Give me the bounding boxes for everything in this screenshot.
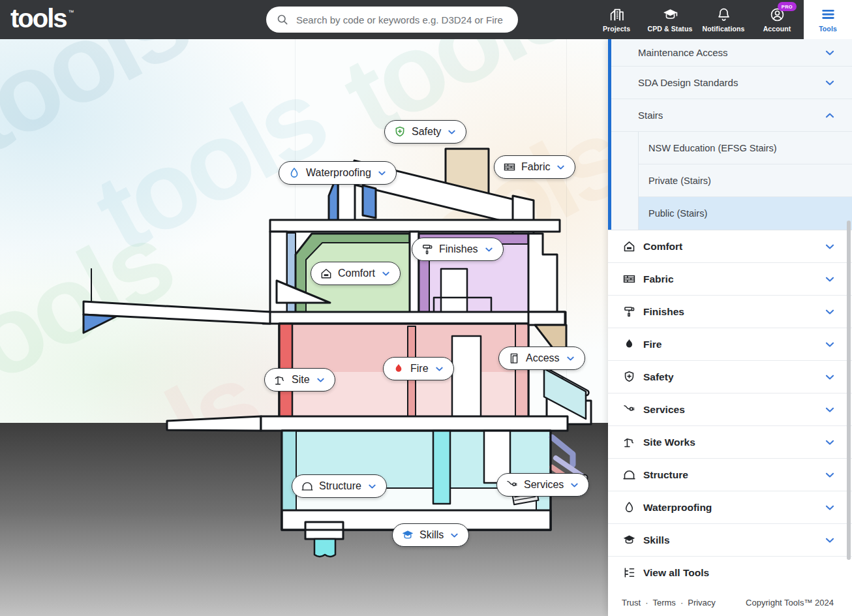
flame-icon bbox=[392, 362, 405, 375]
sidebar-item-view-all-tools[interactable]: View all Tools bbox=[608, 557, 852, 589]
sidebar-item-label: Structure bbox=[643, 469, 816, 481]
sidebar-item-structure[interactable]: Structure bbox=[608, 459, 852, 491]
map-pill-structure[interactable]: Structure bbox=[292, 474, 387, 498]
nav-account[interactable]: PRO Account bbox=[750, 0, 804, 39]
sidebar-footer: Trust · Terms · Privacy Copyright Tools™… bbox=[608, 589, 852, 616]
nav-notifications-label: Notifications bbox=[703, 25, 745, 33]
pro-badge: PRO bbox=[778, 2, 797, 11]
search-icon bbox=[276, 13, 289, 26]
graduation-cap-icon bbox=[662, 7, 678, 23]
sidebar-item-stairs[interactable]: Stairs bbox=[608, 99, 852, 132]
house-bed-icon bbox=[622, 239, 636, 253]
droplet-icon bbox=[288, 166, 301, 179]
sidebar-item-label: Fabric bbox=[643, 273, 816, 285]
bridge-icon bbox=[622, 468, 636, 482]
chevron-down-icon bbox=[315, 375, 326, 386]
footer-link-trust[interactable]: Trust bbox=[622, 598, 641, 608]
bricks-icon bbox=[622, 272, 636, 286]
paint-roller-icon bbox=[421, 243, 434, 256]
logo[interactable]: tools™ bbox=[10, 5, 72, 31]
map-pill-fire[interactable]: Fire bbox=[383, 357, 454, 380]
chevron-down-icon bbox=[823, 305, 836, 318]
map-pill-fabric[interactable]: Fabric bbox=[494, 155, 575, 179]
tree-list-icon bbox=[622, 566, 636, 579]
map-pill-fabric-label: Fabric bbox=[521, 161, 550, 173]
sidebar-item-fire[interactable]: Fire bbox=[608, 328, 852, 361]
map-pill-safety[interactable]: Safety bbox=[384, 120, 466, 144]
chevron-down-icon bbox=[823, 46, 836, 59]
chevron-down-icon bbox=[823, 436, 836, 449]
map-pill-waterproofing[interactable]: Waterproofing bbox=[279, 161, 397, 185]
chevron-up-icon bbox=[823, 109, 836, 122]
buildings-icon bbox=[609, 7, 625, 23]
sidebar-item-label: Site Works bbox=[643, 437, 816, 448]
plug-icon bbox=[622, 403, 636, 416]
sidebar-item-label: SDA Design Standards bbox=[638, 77, 823, 88]
sidebar-item-comfort[interactable]: Comfort bbox=[608, 230, 852, 263]
sidebar-item-waterproofing[interactable]: Waterproofing bbox=[608, 491, 852, 524]
house-bed-icon bbox=[320, 267, 333, 280]
sidebar-item-fabric[interactable]: Fabric bbox=[608, 263, 852, 296]
chevron-down-icon bbox=[565, 353, 576, 364]
plug-icon bbox=[506, 478, 519, 491]
nav-notifications[interactable]: Notifications bbox=[697, 0, 750, 39]
sidebar-subitem-label: Private (Stairs) bbox=[648, 176, 711, 186]
chevron-down-icon bbox=[555, 162, 566, 173]
sidebar-item-label: View all Tools bbox=[643, 567, 836, 579]
graduation-cap-icon bbox=[401, 529, 414, 542]
nav-tools[interactable]: Tools bbox=[804, 0, 852, 39]
map-pill-finishes[interactable]: Finishes bbox=[412, 238, 504, 261]
sidebar-subitem-nsw-education-efsg-stairs[interactable]: NSW Education (EFSG Stairs) bbox=[638, 132, 852, 164]
sidebar-item-label: Maintenance Access bbox=[638, 47, 823, 58]
footer-link-privacy[interactable]: Privacy bbox=[688, 598, 716, 608]
sidebar-item-finishes[interactable]: Finishes bbox=[608, 296, 852, 328]
chevron-down-icon bbox=[449, 530, 460, 541]
shield-plus-icon bbox=[393, 125, 406, 138]
sidebar-item-maintenance-access[interactable]: Maintenance Access bbox=[608, 39, 852, 67]
chevron-down-icon bbox=[367, 481, 378, 492]
search-bar[interactable] bbox=[266, 7, 518, 33]
chevron-down-icon bbox=[380, 268, 391, 279]
sidebar-subitem-label: Public (Stairs) bbox=[648, 208, 707, 219]
sidebar-item-services[interactable]: Services bbox=[608, 393, 852, 426]
crane-icon bbox=[273, 373, 286, 386]
chevron-down-icon bbox=[823, 403, 836, 416]
sidebar-item-skills[interactable]: Skills bbox=[608, 524, 852, 557]
map-pill-finishes-label: Finishes bbox=[439, 243, 478, 255]
map-pill-skills[interactable]: Skills bbox=[392, 523, 469, 547]
sidebar-item-sda-design-standards[interactable]: SDA Design Standards bbox=[608, 67, 852, 99]
sidebar: Maintenance Access SDA Design Standards … bbox=[608, 39, 852, 616]
bricks-icon bbox=[503, 161, 516, 174]
map-pill-structure-label: Structure bbox=[319, 480, 361, 492]
nav-projects[interactable]: Projects bbox=[590, 0, 643, 39]
building-cross-section-illustration bbox=[0, 39, 608, 616]
sidebar-item-label: Services bbox=[643, 404, 816, 416]
map-pill-comfort[interactable]: Comfort bbox=[311, 262, 401, 285]
sidebar-subitem-private-stairs[interactable]: Private (Stairs) bbox=[638, 164, 852, 197]
map-pill-services[interactable]: Services bbox=[496, 473, 589, 497]
map-pill-access-label: Access bbox=[526, 352, 560, 364]
hamburger-menu-icon bbox=[820, 7, 836, 23]
sidebar-item-safety[interactable]: Safety bbox=[608, 361, 852, 393]
chevron-down-icon bbox=[823, 76, 836, 89]
chevron-down-icon bbox=[823, 273, 836, 286]
map-pill-comfort-label: Comfort bbox=[338, 268, 375, 279]
droplet-icon bbox=[622, 501, 636, 514]
search-input[interactable] bbox=[295, 14, 508, 26]
sidebar-scrollbar-thumb[interactable] bbox=[847, 221, 851, 560]
chevron-down-icon bbox=[376, 168, 388, 179]
active-group-indicator bbox=[608, 39, 611, 230]
map-pill-site[interactable]: Site bbox=[264, 368, 335, 392]
sidebar-item-site-works[interactable]: Site Works bbox=[608, 426, 852, 459]
footer-link-terms[interactable]: Terms bbox=[652, 598, 675, 608]
sidebar-item-label: Fire bbox=[643, 339, 816, 350]
chevron-down-icon bbox=[434, 363, 445, 375]
app-root: tools™ Projects CPD & Status Notificatio… bbox=[0, 0, 852, 616]
chevron-down-icon bbox=[823, 534, 836, 547]
sidebar-subitem-public-stairs[interactable]: Public (Stairs) bbox=[638, 197, 852, 230]
sidebar-expanded-group: Maintenance Access SDA Design Standards … bbox=[608, 39, 852, 230]
sidebar-item-label: Skills bbox=[643, 534, 816, 546]
map-pill-services-label: Services bbox=[524, 479, 564, 491]
nav-cpd-status[interactable]: CPD & Status bbox=[643, 0, 697, 39]
map-pill-access[interactable]: Access bbox=[498, 346, 585, 370]
